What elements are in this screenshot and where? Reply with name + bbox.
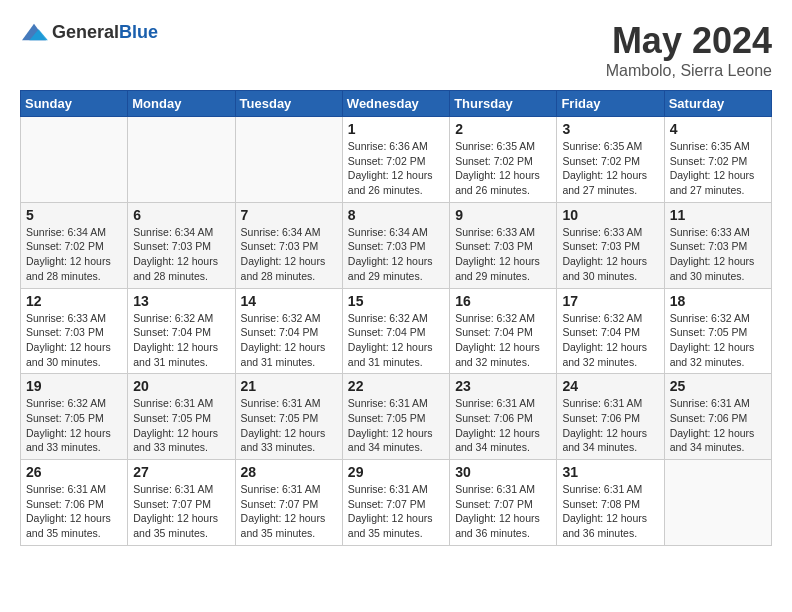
day-info: Sunrise: 6:33 AM Sunset: 7:03 PM Dayligh… [455,225,551,284]
day-number: 2 [455,121,551,137]
calendar-day-3: 3Sunrise: 6:35 AM Sunset: 7:02 PM Daylig… [557,117,664,203]
day-info: Sunrise: 6:31 AM Sunset: 7:06 PM Dayligh… [670,396,766,455]
day-info: Sunrise: 6:32 AM Sunset: 7:04 PM Dayligh… [455,311,551,370]
title-block: May 2024 Mambolo, Sierra Leone [606,20,772,80]
day-info: Sunrise: 6:34 AM Sunset: 7:03 PM Dayligh… [133,225,229,284]
day-info: Sunrise: 6:31 AM Sunset: 7:05 PM Dayligh… [348,396,444,455]
day-info: Sunrise: 6:31 AM Sunset: 7:05 PM Dayligh… [133,396,229,455]
day-number: 28 [241,464,337,480]
day-info: Sunrise: 6:32 AM Sunset: 7:05 PM Dayligh… [26,396,122,455]
day-number: 3 [562,121,658,137]
day-number: 11 [670,207,766,223]
calendar-day-9: 9Sunrise: 6:33 AM Sunset: 7:03 PM Daylig… [450,202,557,288]
calendar-week-row: 1Sunrise: 6:36 AM Sunset: 7:02 PM Daylig… [21,117,772,203]
day-number: 10 [562,207,658,223]
calendar-day-26: 26Sunrise: 6:31 AM Sunset: 7:06 PM Dayli… [21,460,128,546]
weekday-header-sunday: Sunday [21,91,128,117]
day-number: 4 [670,121,766,137]
day-info: Sunrise: 6:32 AM Sunset: 7:05 PM Dayligh… [670,311,766,370]
weekday-header-thursday: Thursday [450,91,557,117]
day-number: 19 [26,378,122,394]
day-info: Sunrise: 6:31 AM Sunset: 7:07 PM Dayligh… [455,482,551,541]
empty-day-cell [21,117,128,203]
day-number: 16 [455,293,551,309]
empty-day-cell [664,460,771,546]
calendar-day-4: 4Sunrise: 6:35 AM Sunset: 7:02 PM Daylig… [664,117,771,203]
calendar-day-13: 13Sunrise: 6:32 AM Sunset: 7:04 PM Dayli… [128,288,235,374]
day-info: Sunrise: 6:32 AM Sunset: 7:04 PM Dayligh… [348,311,444,370]
day-number: 1 [348,121,444,137]
day-info: Sunrise: 6:33 AM Sunset: 7:03 PM Dayligh… [26,311,122,370]
calendar-day-2: 2Sunrise: 6:35 AM Sunset: 7:02 PM Daylig… [450,117,557,203]
calendar-day-14: 14Sunrise: 6:32 AM Sunset: 7:04 PM Dayli… [235,288,342,374]
calendar-day-10: 10Sunrise: 6:33 AM Sunset: 7:03 PM Dayli… [557,202,664,288]
day-number: 17 [562,293,658,309]
day-number: 7 [241,207,337,223]
calendar-day-11: 11Sunrise: 6:33 AM Sunset: 7:03 PM Dayli… [664,202,771,288]
day-info: Sunrise: 6:33 AM Sunset: 7:03 PM Dayligh… [562,225,658,284]
calendar-day-28: 28Sunrise: 6:31 AM Sunset: 7:07 PM Dayli… [235,460,342,546]
weekday-header-tuesday: Tuesday [235,91,342,117]
calendar-day-16: 16Sunrise: 6:32 AM Sunset: 7:04 PM Dayli… [450,288,557,374]
calendar-day-6: 6Sunrise: 6:34 AM Sunset: 7:03 PM Daylig… [128,202,235,288]
day-number: 29 [348,464,444,480]
calendar-day-30: 30Sunrise: 6:31 AM Sunset: 7:07 PM Dayli… [450,460,557,546]
day-info: Sunrise: 6:31 AM Sunset: 7:06 PM Dayligh… [455,396,551,455]
day-info: Sunrise: 6:32 AM Sunset: 7:04 PM Dayligh… [562,311,658,370]
weekday-header-monday: Monday [128,91,235,117]
day-number: 21 [241,378,337,394]
day-number: 31 [562,464,658,480]
page-header: GeneralBlue May 2024 Mambolo, Sierra Leo… [20,20,772,80]
calendar-day-19: 19Sunrise: 6:32 AM Sunset: 7:05 PM Dayli… [21,374,128,460]
calendar-day-31: 31Sunrise: 6:31 AM Sunset: 7:08 PM Dayli… [557,460,664,546]
day-number: 25 [670,378,766,394]
calendar-day-20: 20Sunrise: 6:31 AM Sunset: 7:05 PM Dayli… [128,374,235,460]
calendar-day-29: 29Sunrise: 6:31 AM Sunset: 7:07 PM Dayli… [342,460,449,546]
logo-icon [20,20,48,44]
day-number: 12 [26,293,122,309]
calendar-day-18: 18Sunrise: 6:32 AM Sunset: 7:05 PM Dayli… [664,288,771,374]
day-info: Sunrise: 6:32 AM Sunset: 7:04 PM Dayligh… [133,311,229,370]
day-info: Sunrise: 6:34 AM Sunset: 7:02 PM Dayligh… [26,225,122,284]
month-title: May 2024 [606,20,772,62]
day-number: 22 [348,378,444,394]
day-number: 24 [562,378,658,394]
day-info: Sunrise: 6:31 AM Sunset: 7:06 PM Dayligh… [26,482,122,541]
day-number: 6 [133,207,229,223]
day-info: Sunrise: 6:31 AM Sunset: 7:07 PM Dayligh… [133,482,229,541]
day-number: 27 [133,464,229,480]
calendar-week-row: 26Sunrise: 6:31 AM Sunset: 7:06 PM Dayli… [21,460,772,546]
calendar-day-22: 22Sunrise: 6:31 AM Sunset: 7:05 PM Dayli… [342,374,449,460]
day-number: 13 [133,293,229,309]
day-info: Sunrise: 6:31 AM Sunset: 7:07 PM Dayligh… [348,482,444,541]
calendar-day-12: 12Sunrise: 6:33 AM Sunset: 7:03 PM Dayli… [21,288,128,374]
day-info: Sunrise: 6:31 AM Sunset: 7:05 PM Dayligh… [241,396,337,455]
calendar-day-15: 15Sunrise: 6:32 AM Sunset: 7:04 PM Dayli… [342,288,449,374]
weekday-header-friday: Friday [557,91,664,117]
day-info: Sunrise: 6:35 AM Sunset: 7:02 PM Dayligh… [562,139,658,198]
calendar-day-5: 5Sunrise: 6:34 AM Sunset: 7:02 PM Daylig… [21,202,128,288]
day-number: 18 [670,293,766,309]
calendar-day-17: 17Sunrise: 6:32 AM Sunset: 7:04 PM Dayli… [557,288,664,374]
calendar-day-8: 8Sunrise: 6:34 AM Sunset: 7:03 PM Daylig… [342,202,449,288]
calendar-day-7: 7Sunrise: 6:34 AM Sunset: 7:03 PM Daylig… [235,202,342,288]
day-info: Sunrise: 6:31 AM Sunset: 7:08 PM Dayligh… [562,482,658,541]
calendar-day-23: 23Sunrise: 6:31 AM Sunset: 7:06 PM Dayli… [450,374,557,460]
day-number: 5 [26,207,122,223]
calendar-week-row: 5Sunrise: 6:34 AM Sunset: 7:02 PM Daylig… [21,202,772,288]
calendar-week-row: 12Sunrise: 6:33 AM Sunset: 7:03 PM Dayli… [21,288,772,374]
day-info: Sunrise: 6:31 AM Sunset: 7:07 PM Dayligh… [241,482,337,541]
day-info: Sunrise: 6:35 AM Sunset: 7:02 PM Dayligh… [455,139,551,198]
calendar-day-25: 25Sunrise: 6:31 AM Sunset: 7:06 PM Dayli… [664,374,771,460]
weekday-header-wednesday: Wednesday [342,91,449,117]
logo: GeneralBlue [20,20,158,44]
day-number: 14 [241,293,337,309]
day-number: 26 [26,464,122,480]
day-number: 23 [455,378,551,394]
empty-day-cell [128,117,235,203]
calendar-day-1: 1Sunrise: 6:36 AM Sunset: 7:02 PM Daylig… [342,117,449,203]
day-info: Sunrise: 6:34 AM Sunset: 7:03 PM Dayligh… [241,225,337,284]
day-number: 8 [348,207,444,223]
empty-day-cell [235,117,342,203]
weekday-header-row: SundayMondayTuesdayWednesdayThursdayFrid… [21,91,772,117]
